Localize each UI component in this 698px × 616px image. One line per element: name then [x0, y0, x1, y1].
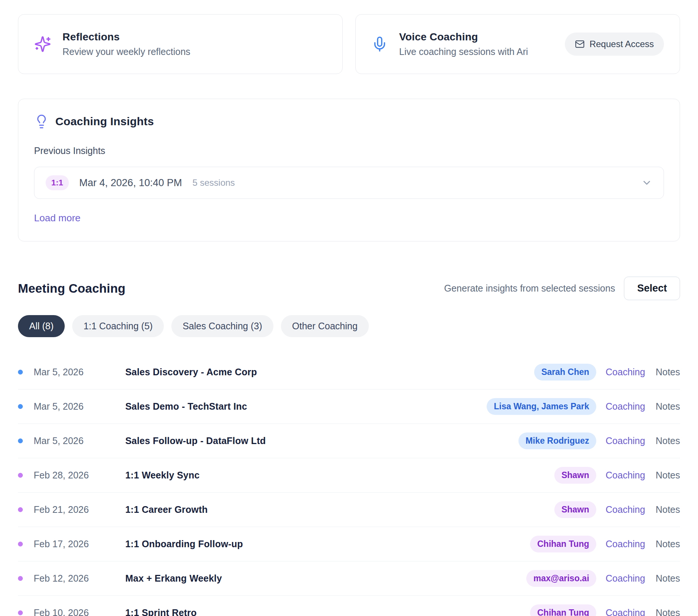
meeting-date: Mar 5, 2026 [34, 401, 125, 412]
coaching-link[interactable]: Coaching [606, 607, 645, 616]
meeting-coaching-header: Meeting Coaching Generate insights from … [18, 277, 680, 300]
meeting-type-dot [18, 542, 23, 546]
meeting-row[interactable]: Mar 5, 2026 Sales Follow-up - DataFlow L… [18, 424, 680, 458]
coaching-link[interactable]: Coaching [606, 539, 645, 549]
participant-badge: Lisa Wang, James Park [487, 398, 596, 415]
notes-link[interactable]: Notes [656, 607, 680, 616]
meeting-row[interactable]: Mar 5, 2026 Sales Discovery - Acme Corp … [18, 355, 680, 389]
coaching-link[interactable]: Coaching [606, 367, 645, 378]
filter-pill-other-coaching[interactable]: Other Coaching [281, 315, 369, 337]
request-access-label: Request Access [590, 39, 654, 49]
meeting-title: 1:1 Onboarding Follow-up [125, 539, 530, 549]
voice-coaching-text: Voice Coaching Live coaching sessions wi… [399, 31, 528, 57]
meeting-row[interactable]: Feb 12, 2026 Max + Erkang Weekly max@ari… [18, 561, 680, 596]
microphone-icon [371, 36, 388, 52]
reflections-card[interactable]: Reflections Review your weekly reflectio… [18, 14, 343, 74]
meeting-date: Mar 5, 2026 [34, 367, 125, 378]
meeting-title: Sales Follow-up - DataFlow Ltd [125, 435, 518, 446]
meeting-coaching-title: Meeting Coaching [18, 281, 125, 296]
participant-badge: Chihan Tung [530, 536, 596, 553]
generate-insights-hint: Generate insights from selected sessions [444, 283, 615, 294]
meeting-date: Feb 21, 2026 [34, 504, 125, 515]
meeting-date: Mar 5, 2026 [34, 435, 125, 446]
load-more-link[interactable]: Load more [34, 212, 80, 224]
notes-link[interactable]: Notes [656, 573, 680, 584]
coaching-link[interactable]: Coaching [606, 573, 645, 584]
notes-link[interactable]: Notes [656, 539, 680, 549]
mail-icon [575, 39, 585, 49]
meeting-date: Feb 10, 2026 [34, 607, 125, 616]
meeting-list: Mar 5, 2026 Sales Discovery - Acme Corp … [18, 355, 680, 616]
filter-pill-all-8[interactable]: All (8) [18, 315, 65, 337]
notes-link[interactable]: Notes [656, 504, 680, 515]
meeting-title: 1:1 Weekly Sync [125, 470, 554, 481]
insights-header: Coaching Insights [34, 114, 664, 129]
meeting-title: Max + Erkang Weekly [125, 573, 526, 584]
participant-badge: max@ariso.ai [526, 570, 596, 587]
participant-badge: Shawn [554, 467, 596, 484]
participant-badge: Shawn [554, 501, 596, 518]
request-access-button[interactable]: Request Access [565, 33, 664, 56]
insight-date: Mar 4, 2026, 10:40 PM [79, 177, 182, 189]
meeting-title: Sales Discovery - Acme Corp [125, 367, 534, 378]
insight-entry[interactable]: 1:1 Mar 4, 2026, 10:40 PM 5 sessions [34, 167, 664, 199]
reflections-text: Reflections Review your weekly reflectio… [62, 31, 190, 57]
participant-badge: Mike Rodriguez [518, 432, 596, 450]
meeting-date: Feb 12, 2026 [34, 573, 125, 584]
meeting-type-dot [18, 610, 23, 615]
coaching-link[interactable]: Coaching [606, 401, 645, 412]
voice-coaching-subtitle: Live coaching sessions with Ari [399, 46, 528, 57]
voice-coaching-title: Voice Coaching [399, 31, 528, 43]
meeting-row[interactable]: Feb 21, 2026 1:1 Career Growth Shawn Coa… [18, 493, 680, 527]
notes-link[interactable]: Notes [656, 401, 680, 412]
meeting-type-dot [18, 473, 23, 478]
insight-sessions-count: 5 sessions [192, 178, 235, 188]
meeting-date: Feb 28, 2026 [34, 470, 125, 481]
voice-coaching-card[interactable]: Voice Coaching Live coaching sessions wi… [355, 14, 680, 74]
filter-pill-sales-coaching-3[interactable]: Sales Coaching (3) [171, 315, 273, 337]
top-cards: Reflections Review your weekly reflectio… [18, 14, 680, 74]
meeting-row[interactable]: Mar 5, 2026 Sales Demo - TechStart Inc L… [18, 389, 680, 424]
meeting-title: Sales Demo - TechStart Inc [125, 401, 487, 412]
filter-pills: All (8)1:1 Coaching (5)Sales Coaching (3… [18, 315, 680, 337]
previous-insights-label: Previous Insights [34, 145, 664, 156]
meeting-type-dot [18, 438, 23, 443]
coaching-link[interactable]: Coaching [606, 470, 645, 481]
meeting-type-dot [18, 370, 23, 375]
meeting-row[interactable]: Feb 28, 2026 1:1 Weekly Sync Shawn Coach… [18, 458, 680, 493]
meeting-row[interactable]: Feb 10, 2026 1:1 Sprint Retro Chihan Tun… [18, 596, 680, 616]
reflections-title: Reflections [62, 31, 190, 43]
meeting-actions: Generate insights from selected sessions… [444, 277, 680, 300]
notes-link[interactable]: Notes [656, 470, 680, 481]
sparkles-icon [34, 36, 51, 53]
coaching-insights-card: Coaching Insights Previous Insights 1:1 … [18, 99, 680, 241]
coaching-link[interactable]: Coaching [606, 435, 645, 446]
meeting-row[interactable]: Feb 17, 2026 1:1 Onboarding Follow-up Ch… [18, 527, 680, 561]
meeting-date: Feb 17, 2026 [34, 539, 125, 549]
insight-type-badge: 1:1 [46, 175, 69, 190]
meeting-type-dot [18, 404, 23, 409]
reflections-subtitle: Review your weekly reflections [62, 46, 190, 57]
coaching-link[interactable]: Coaching [606, 504, 645, 515]
insights-title: Coaching Insights [55, 115, 154, 128]
meeting-type-dot [18, 576, 23, 581]
notes-link[interactable]: Notes [656, 435, 680, 446]
meeting-title: 1:1 Sprint Retro [125, 607, 530, 616]
lightbulb-icon [34, 114, 49, 129]
meeting-type-dot [18, 507, 23, 512]
filter-pill-1-1-coaching-5[interactable]: 1:1 Coaching (5) [72, 315, 164, 337]
participant-badge: Sarah Chen [534, 364, 596, 381]
select-button[interactable]: Select [624, 277, 680, 300]
page: Reflections Review your weekly reflectio… [0, 0, 698, 616]
chevron-down-icon[interactable] [641, 177, 652, 188]
meeting-title: 1:1 Career Growth [125, 504, 554, 515]
participant-badge: Chihan Tung [530, 604, 596, 616]
notes-link[interactable]: Notes [656, 367, 680, 378]
